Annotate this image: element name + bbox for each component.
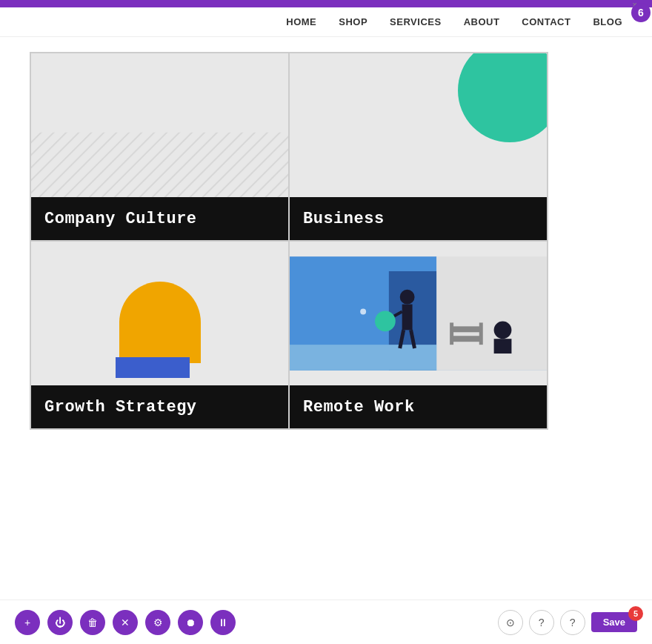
svg-rect-16 <box>451 336 481 342</box>
nav-blog[interactable]: BLOG <box>593 16 622 27</box>
pause-button[interactable]: ⏸ <box>210 610 236 635</box>
cell-label-remote-work: Remote Work <box>290 385 547 428</box>
record-button[interactable]: ⏺ <box>178 610 203 635</box>
toolbar-left-buttons: + ⏻ 🗑 ✕ ⚙ ⏺ ⏸ <box>15 610 236 635</box>
svg-rect-15 <box>451 326 481 332</box>
main-content: Company Culture Business Growth Strategy <box>0 37 652 445</box>
nav-home[interactable]: HOME <box>286 16 316 27</box>
nav-about[interactable]: ABOUT <box>464 16 500 27</box>
help-button-2[interactable]: ? <box>529 610 554 635</box>
save-button[interactable]: Save 5 <box>591 612 637 632</box>
add-button[interactable]: + <box>15 610 40 635</box>
svg-rect-5 <box>436 256 547 371</box>
help-button-3[interactable]: ? <box>560 610 585 635</box>
settings-button[interactable]: ⚙ <box>145 610 170 635</box>
svg-point-13 <box>494 321 512 339</box>
cell-image-business <box>290 53 547 197</box>
top-bar: × 6 <box>0 0 652 7</box>
blue-bar-decoration <box>116 357 190 378</box>
blog-grid: Company Culture Business Growth Strategy <box>30 52 548 430</box>
grid-cell-company-culture[interactable]: Company Culture <box>30 53 289 241</box>
yellow-semicircle <box>119 282 201 363</box>
nav-shop[interactable]: SHOP <box>339 16 367 27</box>
svg-rect-14 <box>494 339 512 353</box>
grid-cell-remote-work[interactable]: Remote Work <box>289 241 548 429</box>
svg-point-6 <box>400 290 415 305</box>
cell-image-growth-strategy <box>31 242 288 385</box>
green-circle-decoration <box>458 53 547 142</box>
cell-image-company-culture <box>31 53 288 197</box>
grid-cell-growth-strategy[interactable]: Growth Strategy <box>30 241 289 429</box>
navigation: HOME SHOP SERVICES ABOUT CONTACT BLOG <box>0 7 652 37</box>
bottom-toolbar: + ⏻ 🗑 ✕ ⚙ ⏺ ⏸ ⊙ ? ? Save 5 <box>0 600 652 644</box>
svg-point-11 <box>375 311 396 332</box>
svg-point-12 <box>360 309 366 315</box>
cell-label-business: Business <box>290 197 547 240</box>
trash-button[interactable]: 🗑 <box>80 610 105 635</box>
nav-services[interactable]: SERVICES <box>390 16 442 27</box>
top-badge: 6 <box>631 3 651 22</box>
save-badge: 5 <box>628 606 643 621</box>
cell-label-growth-strategy: Growth Strategy <box>31 385 288 428</box>
grid-cell-business[interactable]: Business <box>289 53 548 241</box>
svg-rect-17 <box>450 322 453 345</box>
toolbar-right-buttons: ⊙ ? ? Save 5 <box>498 610 637 635</box>
cell-image-remote-work <box>290 242 547 385</box>
help-button-1[interactable]: ⊙ <box>498 610 523 635</box>
power-button[interactable]: ⏻ <box>47 610 73 635</box>
svg-rect-1 <box>31 133 288 197</box>
nav-contact[interactable]: CONTACT <box>522 16 570 27</box>
svg-rect-18 <box>479 322 483 345</box>
cell-label-company-culture: Company Culture <box>31 197 288 240</box>
close-button[interactable]: ✕ <box>113 610 138 635</box>
svg-rect-7 <box>402 305 413 331</box>
